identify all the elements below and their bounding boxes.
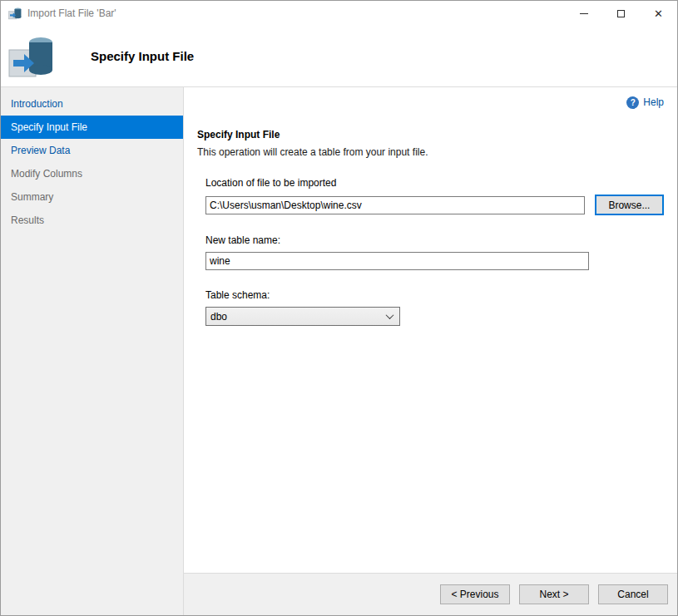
next-button[interactable]: Next > (519, 584, 589, 604)
wizard-footer: < Previous Next > Cancel (184, 573, 677, 615)
table-schema-dropdown[interactable]: dbo (205, 307, 400, 326)
table-name-input[interactable] (205, 252, 589, 270)
sidebar-item-results[interactable]: Results (1, 209, 183, 232)
sidebar-item-label: Summary (11, 191, 53, 203)
section-title: Specify Input File (197, 129, 664, 140)
browse-button[interactable]: Browse... (595, 195, 664, 215)
cancel-button[interactable]: Cancel (598, 584, 668, 604)
chevron-down-icon (386, 311, 394, 319)
right-pane: ? Help Specify Input File This operation… (184, 87, 677, 615)
sidebar-item-summary[interactable]: Summary (1, 185, 183, 209)
wizard-body: Introduction Specify Input File Preview … (1, 86, 677, 615)
wizard-header: Specify Input File (1, 26, 677, 86)
minimize-button[interactable] (565, 1, 602, 26)
app-icon (8, 7, 22, 20)
sidebar-item-specify-input-file[interactable]: Specify Input File (1, 116, 183, 139)
minimize-icon (580, 13, 588, 14)
file-location-input[interactable] (205, 196, 585, 214)
file-location-label: Location of file to be imported (205, 177, 664, 189)
sidebar-item-label: Modify Columns (11, 168, 82, 180)
maximize-button[interactable] (602, 1, 640, 26)
wizard-steps-sidebar: Introduction Specify Input File Preview … (1, 87, 184, 615)
sidebar-item-modify-columns[interactable]: Modify Columns (1, 162, 183, 185)
sidebar-item-introduction[interactable]: Introduction (1, 92, 183, 116)
input-form: Location of file to be imported Browse..… (205, 177, 664, 326)
import-flat-file-window: Import Flat File 'Bar' ✕ Specify Input F… (0, 0, 678, 616)
content-panel: ? Help Specify Input File This operation… (184, 87, 677, 573)
help-row: ? Help (197, 94, 664, 111)
close-button[interactable]: ✕ (640, 1, 677, 26)
sidebar-item-label: Results (11, 214, 44, 226)
table-schema-value: dbo (210, 311, 227, 323)
database-import-icon (7, 33, 54, 80)
section-description: This operation will create a table from … (197, 146, 664, 158)
sidebar-item-label: Introduction (11, 98, 63, 110)
window-title: Import Flat File 'Bar' (27, 7, 565, 19)
sidebar-item-label: Preview Data (11, 145, 70, 156)
table-schema-label: Table schema: (205, 289, 664, 301)
sidebar-item-preview-data[interactable]: Preview Data (1, 139, 183, 162)
file-location-row: Browse... (205, 195, 664, 215)
sidebar-item-label: Specify Input File (11, 121, 87, 133)
help-icon: ? (626, 96, 639, 109)
previous-button[interactable]: < Previous (440, 584, 510, 604)
page-title: Specify Input File (91, 49, 194, 63)
title-bar: Import Flat File 'Bar' ✕ (1, 1, 677, 26)
help-link[interactable]: Help (643, 96, 664, 108)
close-icon: ✕ (654, 8, 663, 19)
maximize-icon (617, 10, 625, 17)
table-name-label: New table name: (205, 234, 664, 246)
